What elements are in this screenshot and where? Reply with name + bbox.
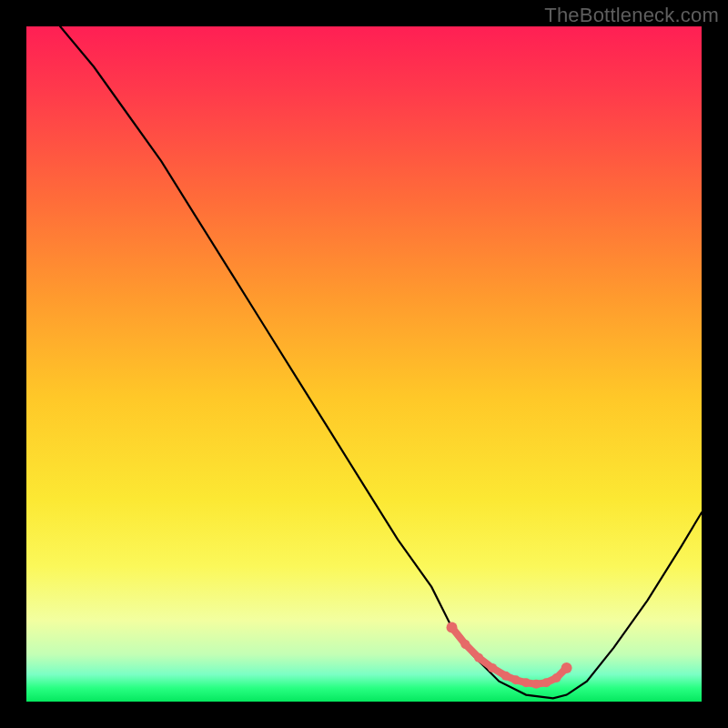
optimal-dot: [460, 640, 470, 649]
plot-area: [26, 26, 702, 702]
chart-frame: TheBottleneck.com: [0, 0, 728, 728]
optimal-dot: [531, 680, 541, 689]
chart-svg: [26, 26, 702, 702]
optimal-range-dots: [447, 622, 572, 688]
optimal-dot: [474, 653, 483, 662]
optimal-dot: [541, 678, 551, 687]
optimal-dot: [511, 675, 521, 684]
watermark-text: TheBottleneck.com: [544, 4, 719, 27]
optimal-dot: [488, 663, 497, 672]
optimal-dot: [552, 673, 561, 682]
optimal-dot: [521, 678, 531, 687]
optimal-dot: [447, 622, 458, 632]
optimal-dot: [501, 672, 511, 681]
optimal-dot: [561, 662, 572, 673]
bottleneck-curve: [60, 26, 702, 698]
